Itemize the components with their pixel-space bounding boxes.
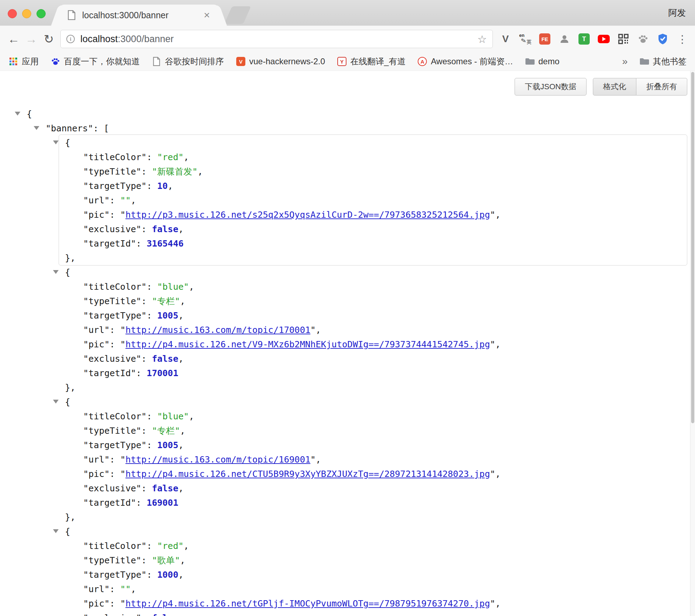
collapse-all-button[interactable]: 折叠所有 xyxy=(636,78,687,96)
banner-object-block: {"titleColor": "red","typeTitle": "新碟首发"… xyxy=(61,136,687,265)
back-button[interactable]: ← xyxy=(5,30,22,48)
youtube-extension-icon[interactable] xyxy=(597,33,610,45)
bookmark-item-awesomes[interactable]: A Awesomes - 前端资… xyxy=(417,56,513,67)
profile-name[interactable]: 阿发 xyxy=(668,7,686,19)
json-line: "exclusive": false, xyxy=(61,352,687,366)
json-line: { xyxy=(61,265,687,280)
json-line: { xyxy=(61,136,687,150)
json-line: "titleColor": "red", xyxy=(61,150,687,164)
json-line: "typeTitle": "歌单", xyxy=(61,553,687,568)
bookmark-item-apps[interactable]: 应用 xyxy=(8,56,39,67)
bookmark-item-google-sort[interactable]: 谷歌按时间排序 xyxy=(152,56,224,67)
url-path: :3000/banner xyxy=(118,34,174,44)
collapse-toggle-icon[interactable] xyxy=(53,529,59,533)
folder-icon xyxy=(640,57,649,66)
address-bar[interactable]: i localhost:3000/banner ☆ xyxy=(60,30,493,48)
awesomes-icon: A xyxy=(417,57,427,66)
json-viewer-toolbar: 下载JSON数据 格式化 折叠所有 xyxy=(0,71,690,96)
json-line: "exclusive": false, xyxy=(61,481,687,496)
browser-window: localhost:3000/banner × 阿发 ← → ↻ i local… xyxy=(0,0,695,616)
json-line: "banners": [ xyxy=(0,121,690,136)
json-line: "targetId": 169001 xyxy=(61,496,687,510)
fehelper-extension-icon[interactable]: FE xyxy=(538,33,551,45)
json-line: "pic": "http://p4.music.126.net/tGPljf-I… xyxy=(61,596,687,611)
extension-icons: V en 英 ✎ FE T ⋮ xyxy=(497,33,691,45)
forward-button[interactable]: → xyxy=(22,30,40,48)
browser-tab[interactable]: localhost:3000/banner × xyxy=(60,5,218,26)
json-line: { xyxy=(0,107,690,121)
page-favicon-icon xyxy=(67,10,77,20)
tab-close-icon[interactable]: × xyxy=(202,11,211,20)
vertical-scrollbar xyxy=(690,71,695,616)
json-line: }, xyxy=(61,380,687,395)
json-line: { xyxy=(61,395,687,409)
json-tree: {"banners": [{"titleColor": "red","typeT… xyxy=(0,107,690,616)
json-line: "url": "", xyxy=(61,193,687,208)
bookmark-item-baidu[interactable]: 百度一下，你就知道 xyxy=(51,56,140,67)
json-link[interactable]: http://p3.music.126.net/s25q2x5QyqsAzilC… xyxy=(125,210,490,220)
format-segmented-control: 格式化 折叠所有 xyxy=(593,78,687,96)
collapse-toggle-icon[interactable] xyxy=(53,270,59,274)
json-line: "typeTitle": "新碟首发", xyxy=(61,164,687,179)
json-line: "typeTitle": "专栏", xyxy=(61,424,687,438)
other-bookmarks-folder[interactable]: 其他书签 xyxy=(640,56,687,67)
baidu-paw-icon xyxy=(51,57,60,66)
traffic-lights xyxy=(8,9,46,18)
json-line: "targetType": 1005, xyxy=(61,438,687,452)
close-window-button[interactable] xyxy=(8,9,17,18)
json-link[interactable]: http://p4.music.126.net/CTU5B9R9y3XyYBZX… xyxy=(125,469,490,479)
json-line: "targetId": 3165446 xyxy=(61,236,687,251)
collapse-toggle-icon[interactable] xyxy=(15,112,20,116)
json-link[interactable]: http://music.163.com/m/topic/170001 xyxy=(125,325,310,335)
json-line: "pic": "http://p3.music.126.net/s25q2x5Q… xyxy=(61,208,687,222)
url-text: localhost:3000/banner xyxy=(80,34,174,45)
minimize-window-button[interactable] xyxy=(22,9,31,18)
json-link[interactable]: http://p4.music.126.net/tGPljf-IMOCyPvum… xyxy=(125,598,490,609)
json-line: }, xyxy=(61,251,687,265)
json-line: "targetType": 1000, xyxy=(61,568,687,582)
json-line: "titleColor": "red", xyxy=(61,539,687,553)
vimium-extension-icon[interactable]: V xyxy=(499,33,512,45)
json-line: }, xyxy=(61,510,687,524)
vue-icon: V xyxy=(236,57,246,66)
json-line: "exclusive": false, xyxy=(61,222,687,236)
zoom-window-button[interactable] xyxy=(37,9,46,18)
download-json-button[interactable]: 下载JSON数据 xyxy=(515,78,587,96)
paw-extension-icon[interactable] xyxy=(637,33,649,45)
json-line: "titleColor": "blue", xyxy=(61,409,687,424)
bookmark-item-demo[interactable]: demo xyxy=(525,57,560,66)
bookmarks-bar: 应用 百度一下，你就知道 谷歌按时间排序 V vue-hackernews-2.… xyxy=(0,52,695,71)
collapse-toggle-icon[interactable] xyxy=(53,400,59,404)
format-button[interactable]: 格式化 xyxy=(593,78,636,96)
scrollbar-thumb[interactable] xyxy=(691,72,694,423)
bookmark-star-icon[interactable]: ☆ xyxy=(477,33,487,45)
bookmark-item-vue-hackernews[interactable]: V vue-hackernews-2.0 xyxy=(236,57,325,66)
apps-grid-icon xyxy=(8,57,18,66)
new-tab-button[interactable] xyxy=(224,6,251,24)
json-link[interactable]: http://p4.music.126.net/V9-MXz6b2MNhEKju… xyxy=(125,339,490,349)
bookmarks-overflow-chevron[interactable]: » xyxy=(622,56,628,67)
browser-menu-icon[interactable]: ⋮ xyxy=(676,33,689,45)
json-line: "targetType": 10, xyxy=(61,179,687,193)
json-line: { xyxy=(61,524,687,539)
reload-button[interactable]: ↻ xyxy=(40,30,58,48)
json-line: "url": "", xyxy=(61,582,687,596)
blue-shield-extension-icon[interactable] xyxy=(656,33,669,45)
page-icon xyxy=(152,57,161,66)
json-link[interactable]: http://music.163.com/m/topic/169001 xyxy=(125,454,310,465)
url-host: localhost xyxy=(80,34,118,44)
qrcode-extension-icon[interactable] xyxy=(617,33,630,45)
green-shield-extension-icon[interactable]: T xyxy=(578,33,590,45)
collapse-toggle-icon[interactable] xyxy=(53,140,59,144)
tab-title: localhost:3000/banner xyxy=(82,10,202,20)
json-line: "targetId": 170001 xyxy=(61,366,687,380)
collapse-toggle-icon[interactable] xyxy=(34,126,39,130)
page-info-icon[interactable]: i xyxy=(66,35,75,43)
person-extension-icon[interactable] xyxy=(558,33,571,45)
bookmark-item-youdao[interactable]: Y 在线翻译_有道 xyxy=(337,56,405,67)
json-line: "pic": "http://p4.music.126.net/CTU5B9R9… xyxy=(61,467,687,481)
banner-object-block: {"titleColor": "red","typeTitle": "歌单","… xyxy=(61,524,687,616)
page-content: 下载JSON数据 格式化 折叠所有 {"banners": [{"titleCo… xyxy=(0,71,695,616)
translate-extension-icon[interactable]: en 英 ✎ xyxy=(519,33,531,45)
json-line: "url": "http://music.163.com/m/topic/169… xyxy=(61,452,687,467)
